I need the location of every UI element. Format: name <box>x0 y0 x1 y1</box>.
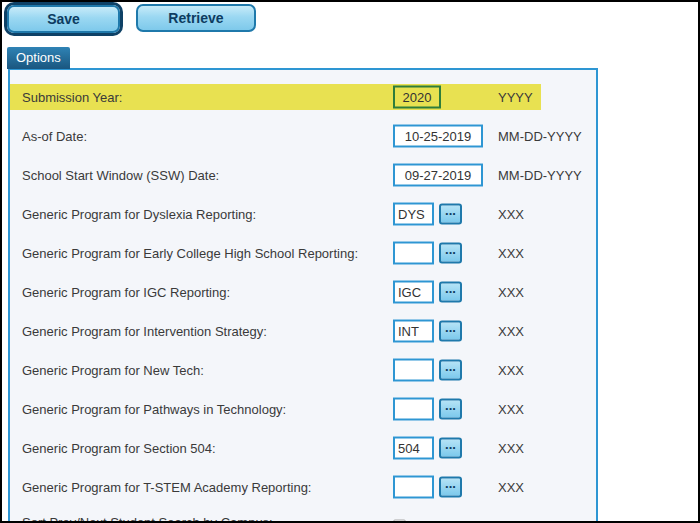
field-group: ... <box>393 437 462 460</box>
form-row: Generic Program for T-STEM Academy Repor… <box>10 474 541 500</box>
field-input[interactable] <box>393 476 434 499</box>
field-group: ... <box>393 242 462 265</box>
form-row: Generic Program for Section 504: ... XXX <box>10 435 541 461</box>
field-label: Generic Program for Intervention Strateg… <box>22 324 267 339</box>
ellipsis-lookup-button[interactable]: ... <box>439 360 462 381</box>
field-group: ... <box>393 359 462 382</box>
field-label: Submission Year: <box>22 90 122 105</box>
form-row: Submission Year: ... YYYY <box>10 84 541 110</box>
field-format-hint: XXX <box>498 324 524 339</box>
field-group: ... <box>393 164 483 187</box>
field-group: ... <box>393 86 441 109</box>
field-format-hint: XXX <box>498 285 524 300</box>
field-format-hint: XXX <box>498 480 524 495</box>
form-row: Sort Prev/Next Student Search by Campus:… <box>10 509 541 521</box>
field-group: ... <box>393 398 462 421</box>
field-input[interactable] <box>393 164 483 187</box>
field-format-hint: MM-DD-YYYY <box>498 168 582 183</box>
field-label: Generic Program for IGC Reporting: <box>22 285 230 300</box>
form-row: As-of Date: ... MM-DD-YYYY <box>10 123 541 149</box>
field-input[interactable] <box>393 281 434 304</box>
field-format-hint: XXX <box>498 402 524 417</box>
field-group: ... <box>393 125 483 148</box>
field-input[interactable] <box>393 359 434 382</box>
field-format-hint: XXX <box>498 207 524 222</box>
field-label: Generic Program for New Tech: <box>22 363 204 378</box>
form-row: Generic Program for New Tech: ... XXX <box>10 357 541 383</box>
ellipsis-lookup-button[interactable]: ... <box>439 477 462 498</box>
ellipsis-lookup-button[interactable]: ... <box>439 204 462 225</box>
form-row: Generic Program for Early College High S… <box>10 240 541 266</box>
ellipsis-lookup-button[interactable]: ... <box>439 282 462 303</box>
field-format-hint: MM-DD-YYYY <box>498 129 582 144</box>
field-group: ... <box>393 516 406 522</box>
field-format-hint: XXX <box>498 363 524 378</box>
field-label: Generic Program for Section 504: <box>22 441 216 456</box>
ellipsis-lookup-button[interactable]: ... <box>439 399 462 420</box>
field-label: Sort Prev/Next Student Search by Campus: <box>22 515 273 522</box>
field-group: ... <box>393 476 462 499</box>
ellipsis-lookup-button[interactable]: ... <box>439 321 462 342</box>
field-format-hint: XXX <box>498 441 524 456</box>
tab-options[interactable]: Options <box>7 47 70 69</box>
ellipsis-lookup-button[interactable]: ... <box>439 438 462 459</box>
field-label: Generic Program for Pathways in Technolo… <box>22 402 286 417</box>
field-input[interactable] <box>393 320 434 343</box>
ellipsis-lookup-button[interactable]: ... <box>439 243 462 264</box>
form-row: Generic Program for Pathways in Technolo… <box>10 396 541 422</box>
field-input[interactable] <box>393 398 434 421</box>
field-input[interactable] <box>393 125 483 148</box>
retrieve-button[interactable]: Retrieve <box>136 4 256 32</box>
options-page: Save Retrieve Options Submission Year: .… <box>0 0 700 523</box>
options-rows: Submission Year: ... YYYY As-of Date: ..… <box>10 84 596 521</box>
field-label: School Start Window (SSW) Date: <box>22 168 219 183</box>
form-row: Generic Program for IGC Reporting: ... X… <box>10 279 541 305</box>
field-format-hint: XXX <box>498 246 524 261</box>
field-label: As-of Date: <box>22 129 87 144</box>
save-button[interactable]: Save <box>7 5 120 33</box>
field-label: Generic Program for T-STEM Academy Repor… <box>22 480 311 495</box>
form-row: Generic Program for Intervention Strateg… <box>10 318 541 344</box>
field-input[interactable] <box>393 203 434 226</box>
field-group: ... <box>393 320 462 343</box>
campus-sort-checkbox[interactable] <box>393 520 406 522</box>
form-row: Generic Program for Dyslexia Reporting: … <box>10 201 541 227</box>
field-format-hint: YYYY <box>498 90 533 105</box>
field-label: Generic Program for Early College High S… <box>22 246 358 261</box>
field-group: ... <box>393 281 462 304</box>
field-label: Generic Program for Dyslexia Reporting: <box>22 207 256 222</box>
field-input[interactable] <box>393 86 441 109</box>
form-row: School Start Window (SSW) Date: ... MM-D… <box>10 162 541 188</box>
field-input[interactable] <box>393 437 434 460</box>
field-input[interactable] <box>393 242 434 265</box>
field-group: ... <box>393 203 462 226</box>
options-panel: Submission Year: ... YYYY As-of Date: ..… <box>8 68 598 521</box>
